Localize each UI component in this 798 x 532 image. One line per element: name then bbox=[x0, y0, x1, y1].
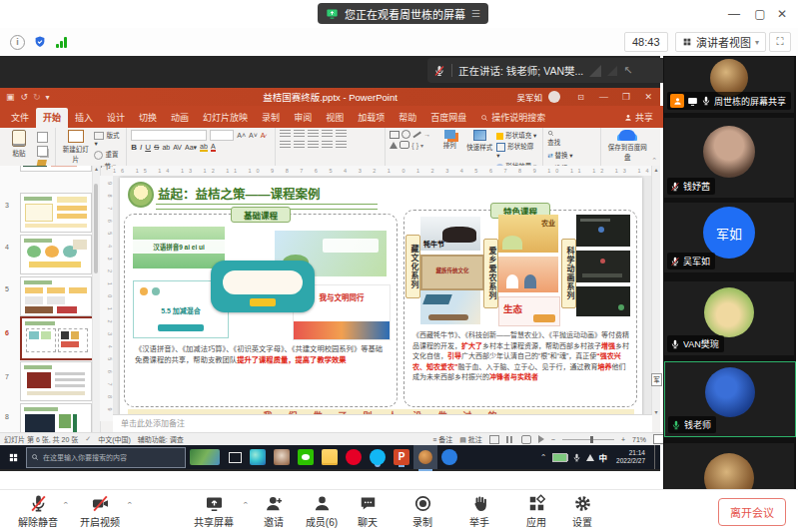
font-color-button[interactable]: A bbox=[211, 143, 216, 152]
participant-tile-active-speaker[interactable]: 钱老师 bbox=[664, 361, 796, 437]
mic-options-chevron[interactable]: ⌃ bbox=[62, 501, 70, 509]
clear-format-icon[interactable]: A̷ bbox=[261, 132, 266, 139]
tab-view[interactable]: 视图 bbox=[319, 108, 351, 128]
share-screen-button[interactable]: 共享屏幕 bbox=[188, 494, 240, 529]
participant-tile[interactable]: VAN樊琬 bbox=[664, 281, 794, 355]
info-icon[interactable]: i bbox=[10, 35, 25, 50]
ppt-close-icon[interactable]: ✕ bbox=[644, 92, 652, 102]
start-video-button[interactable]: 开启视频 bbox=[74, 494, 126, 529]
scroll-up-icon[interactable]: ▲ bbox=[93, 166, 100, 172]
active-app-icon[interactable] bbox=[413, 445, 437, 469]
thumbnail-slide-8[interactable] bbox=[20, 403, 92, 433]
bold-button[interactable]: B bbox=[131, 143, 137, 152]
normal-view-icon[interactable] bbox=[489, 435, 499, 444]
start-button[interactable] bbox=[0, 445, 26, 469]
language-indicator[interactable]: 中文(中国) bbox=[98, 434, 131, 444]
shrink-font-icon[interactable]: A˅ bbox=[249, 132, 258, 139]
bullets-icon[interactable] bbox=[280, 130, 291, 138]
tab-baidu-pan[interactable]: 百度网盘 bbox=[423, 108, 473, 128]
thumbnail-slide-5[interactable] bbox=[20, 276, 92, 316]
highlight-color-button[interactable]: ab bbox=[200, 143, 208, 152]
shape-triangle-icon[interactable] bbox=[390, 142, 398, 149]
tab-design[interactable]: 设计 bbox=[100, 108, 132, 128]
zoom-slider[interactable] bbox=[562, 439, 614, 440]
thumbnail-slide-3[interactable] bbox=[20, 193, 92, 233]
netease-music-icon[interactable] bbox=[346, 449, 362, 465]
battery-icon[interactable] bbox=[552, 453, 567, 462]
ppt-account-name[interactable]: 吴军如 bbox=[516, 91, 542, 103]
qq-icon[interactable] bbox=[370, 449, 386, 465]
tab-file[interactable]: 文件 bbox=[4, 108, 36, 128]
notes-toggle[interactable]: ≡ 备注 bbox=[432, 434, 452, 444]
apps-button[interactable]: 应用 bbox=[510, 494, 562, 529]
show-desktop-button[interactable] bbox=[654, 445, 658, 469]
quick-styles-button[interactable]: 快速样式 bbox=[465, 130, 493, 152]
participant-tile[interactable]: 军如 吴军如 bbox=[664, 203, 794, 272]
members-button[interactable]: 成员(6) bbox=[296, 494, 348, 529]
sorter-view-icon[interactable] bbox=[506, 436, 514, 443]
banner-menu-icon[interactable]: ☰ bbox=[471, 8, 480, 19]
shape-brace-icon[interactable]: { } bbox=[411, 142, 418, 149]
slideshow-view-icon[interactable] bbox=[538, 435, 544, 443]
fullscreen-button[interactable]: ⛶ bbox=[769, 32, 791, 52]
ppt-restore-icon[interactable]: ❐ bbox=[622, 92, 630, 102]
indent-increase-icon[interactable] bbox=[322, 130, 333, 138]
replace-button[interactable]: ⇄ 替换 ▾ bbox=[547, 150, 572, 160]
align-center-icon[interactable] bbox=[294, 141, 305, 149]
layout-button[interactable]: 版式 ▾ bbox=[94, 130, 122, 148]
tab-help[interactable]: 帮助 bbox=[392, 108, 423, 128]
grow-font-icon[interactable]: A˄ bbox=[237, 132, 246, 139]
minimize-button[interactable]: — bbox=[726, 6, 742, 22]
raise-hand-button[interactable]: 举手 bbox=[453, 494, 505, 529]
notes-pane[interactable]: 单击此处添加备注 bbox=[113, 414, 652, 433]
participant-tile[interactable]: 钱妤茜 bbox=[664, 118, 794, 198]
char-spacing-button[interactable]: AV bbox=[173, 144, 182, 151]
chat-button[interactable]: 聊天 bbox=[342, 494, 394, 529]
record-button[interactable]: 录制 bbox=[397, 494, 448, 529]
justify-icon[interactable] bbox=[322, 141, 333, 149]
save-to-baidu-button[interactable]: 保存到百度网盘 bbox=[605, 130, 649, 162]
thumbnail-slide-2[interactable] bbox=[20, 166, 92, 172]
copy-icon[interactable] bbox=[37, 146, 48, 157]
tab-home[interactable]: 开始 bbox=[36, 108, 68, 128]
arrange-button[interactable]: 排列 bbox=[436, 130, 462, 150]
taskbar-search-box[interactable]: 在这里输入你要搜索的内容 bbox=[26, 447, 186, 468]
underline-button[interactable]: U bbox=[145, 143, 151, 152]
shape-arrow-icon[interactable]: → bbox=[423, 131, 430, 138]
scroll-down-icon[interactable]: ▾ bbox=[652, 408, 660, 415]
accessibility-indicator[interactable]: 辅助功能: 调查 bbox=[138, 434, 184, 444]
indent-decrease-icon[interactable] bbox=[308, 130, 319, 138]
cut-icon[interactable] bbox=[37, 132, 48, 143]
security-shield-icon[interactable] bbox=[33, 35, 47, 49]
thumbnail-slide-4[interactable] bbox=[20, 235, 92, 274]
taskbar-clock[interactable]: 21:14 2022/2/27 bbox=[612, 449, 649, 465]
tray-mic-icon[interactable] bbox=[572, 453, 581, 462]
tray-expand-icon[interactable]: ⌃ bbox=[540, 453, 547, 462]
new-slide-button[interactable]: 新建幻灯片 bbox=[60, 130, 91, 164]
shape-ellipse-icon[interactable] bbox=[401, 130, 410, 139]
shape-rounded-icon[interactable] bbox=[399, 141, 409, 149]
tab-addins[interactable]: 加载项 bbox=[351, 108, 392, 128]
slide[interactable]: 益起：益桔之策——课程案例 基础课程 汉语拼音9 ai ei ui bbox=[120, 178, 642, 425]
app-icon-blue[interactable] bbox=[441, 449, 457, 465]
wechat-icon[interactable] bbox=[298, 449, 314, 465]
text-shadow-button[interactable]: ab bbox=[162, 144, 170, 151]
shape-outline-button[interactable]: 形状轮廓 ▾ bbox=[496, 141, 538, 160]
video-options-chevron[interactable]: ⌃ bbox=[126, 501, 134, 509]
powerpoint-taskbar-icon[interactable]: P bbox=[394, 449, 409, 465]
coauthor-presence-chip[interactable]: 军 bbox=[651, 373, 662, 386]
tab-slideshow[interactable]: 幻灯片放映 bbox=[196, 108, 255, 128]
thumbnail-slide-6-selected[interactable] bbox=[20, 316, 94, 360]
reading-view-icon[interactable] bbox=[521, 435, 531, 444]
weather-widget[interactable] bbox=[190, 449, 220, 465]
strikethrough-button[interactable]: S bbox=[154, 143, 159, 152]
zoom-percent[interactable]: 71% bbox=[632, 436, 646, 443]
paste-button[interactable]: 粘贴 bbox=[4, 130, 34, 158]
shapes-more-icon[interactable]: ▾ bbox=[420, 142, 423, 149]
ribbon-options-icon[interactable]: ⊡ bbox=[577, 93, 584, 102]
leave-meeting-button[interactable]: 离开会议 bbox=[718, 498, 786, 526]
zoom-in-icon[interactable]: + bbox=[621, 436, 625, 443]
share-button[interactable]: 共享 bbox=[617, 108, 660, 128]
scroll-up-icon[interactable]: ▴ bbox=[652, 166, 660, 173]
file-explorer-icon[interactable] bbox=[322, 449, 338, 465]
